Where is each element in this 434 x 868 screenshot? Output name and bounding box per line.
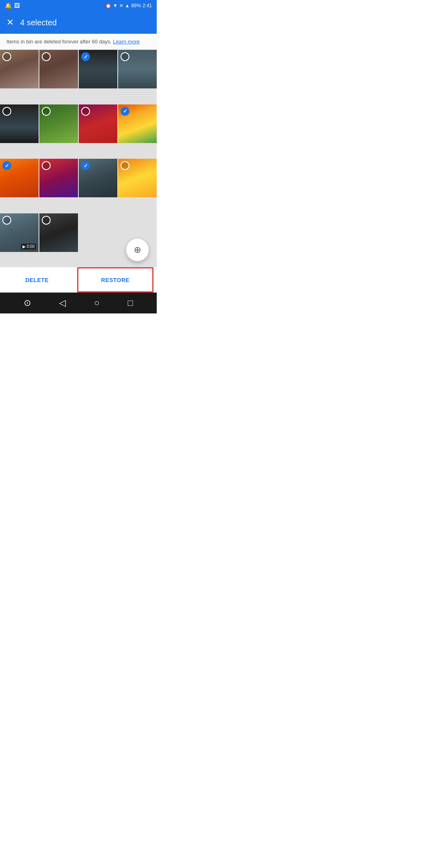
photo-icon: 🖼 [14, 2, 20, 9]
nav-home-icon[interactable]: ⊙ [24, 298, 31, 308]
nav-bar: ⊙ ◁ ○ □ [0, 293, 157, 313]
photo-cell-10[interactable] [39, 159, 78, 197]
photo-checkbox-7[interactable] [81, 107, 90, 116]
signal-icon: ✕ [119, 3, 123, 8]
info-banner: Items in bin are deleted forever after 6… [0, 34, 157, 50]
photo-checkbox-8[interactable] [121, 107, 129, 116]
video-duration: 0:00 [27, 244, 35, 249]
photo-checkbox-6[interactable] [42, 107, 51, 116]
nav-back-icon[interactable]: ◁ [59, 298, 66, 308]
alarm-icon: ⏰ [105, 3, 111, 8]
nav-square-icon[interactable]: □ [128, 298, 133, 308]
photo-cell-6[interactable] [39, 104, 78, 143]
learn-more-link[interactable]: Learn more [113, 39, 139, 45]
notification-icon: 🔔 [5, 2, 12, 9]
close-button[interactable]: ✕ [6, 18, 14, 27]
photo-checkbox-1[interactable] [2, 52, 11, 61]
delete-button[interactable]: DELETE [0, 267, 74, 293]
app-bar: ✕ 4 selected [0, 11, 157, 34]
photo-grid: ▶0:00 [0, 50, 157, 267]
photo-checkbox-14[interactable] [42, 216, 51, 225]
photo-checkbox-2[interactable] [42, 52, 51, 61]
photo-cell-14[interactable] [39, 213, 78, 252]
action-bar: DELETE RESTORE [0, 267, 157, 293]
status-bar: 🔔 🖼 ⏰ ▼ ✕ ▲ 86% 2:41 [0, 0, 157, 11]
photo-cell-7[interactable] [79, 104, 117, 143]
photo-cell-3[interactable] [79, 50, 117, 88]
zoom-icon: ⊕ [134, 245, 141, 255]
photo-checkbox-3[interactable] [81, 52, 90, 61]
status-icons: ⏰ ▼ ✕ ▲ 86% 2:41 [105, 3, 152, 8]
photo-checkbox-5[interactable] [2, 107, 11, 116]
photo-cell-2[interactable] [39, 50, 78, 88]
photo-cell-5[interactable] [0, 104, 39, 143]
photo-checkbox-11[interactable] [81, 161, 90, 170]
photo-cell-11[interactable] [79, 159, 117, 197]
play-icon: ▶ [23, 244, 26, 249]
photo-cell-8[interactable] [118, 104, 157, 143]
zoom-fab[interactable]: ⊕ [126, 239, 149, 261]
time-text: 2:41 [143, 3, 152, 8]
video-badge-13: ▶0:00 [21, 244, 36, 250]
battery-text: 86% [131, 3, 141, 8]
nav-circle-icon[interactable]: ○ [94, 298, 99, 308]
photo-checkbox-9[interactable] [2, 161, 11, 170]
restore-button[interactable]: RESTORE [77, 267, 154, 293]
photo-checkbox-4[interactable] [121, 52, 129, 61]
photo-checkbox-13[interactable] [2, 216, 11, 225]
info-text: Items in bin are deleted forever after 6… [6, 39, 112, 45]
wifi-icon: ▼ [113, 3, 118, 8]
photo-cell-9[interactable] [0, 159, 39, 197]
photo-checkbox-10[interactable] [42, 161, 51, 170]
photo-checkbox-12[interactable] [121, 161, 129, 170]
photo-cell-12[interactable] [118, 159, 157, 197]
photo-cell-1[interactable] [0, 50, 39, 88]
selection-count-title: 4 selected [20, 18, 57, 27]
bars-icon: ▲ [125, 3, 130, 8]
photo-cell-13[interactable]: ▶0:00 [0, 213, 39, 252]
app-container: 🔔 🖼 ⏰ ▼ ✕ ▲ 86% 2:41 ✕ 4 selected Items … [0, 0, 157, 313]
photo-cell-4[interactable] [118, 50, 157, 88]
status-bar-left: 🔔 🖼 [5, 2, 103, 9]
